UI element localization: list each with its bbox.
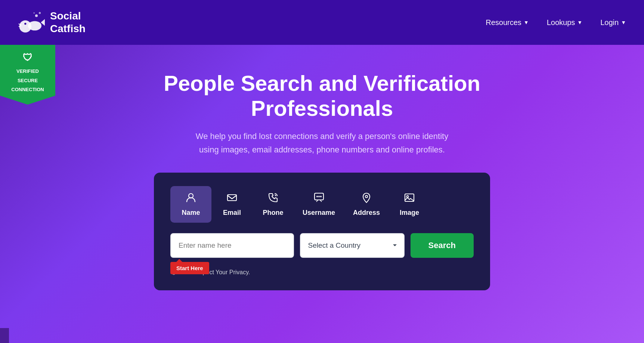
search-form-row: Start Here Select a Country United State… [170,233,474,258]
tab-address[interactable]: Address [344,186,389,223]
svg-marker-5 [41,19,45,26]
verified-badge: 🛡 VERIFIED SECURE CONNECTION [0,45,55,105]
tab-image[interactable]: Image [389,186,430,223]
logo-icon [18,9,45,36]
bottom-bar [0,328,9,343]
search-card: Name Email [154,173,490,290]
svg-point-8 [33,12,35,14]
header: Social Catfish Resources ▼ Lookups ▼ Log… [0,0,644,45]
shield-check-icon: 🛡 [23,51,32,64]
logo-text: Social Catfish [50,10,86,35]
nav: Resources ▼ Lookups ▼ Login ▼ [486,18,626,27]
svg-point-7 [39,12,41,14]
svg-point-6 [35,14,38,17]
svg-rect-10 [227,195,236,201]
chevron-down-icon: ▼ [524,19,529,25]
start-here-tooltip: Start Here [170,262,209,274]
svg-point-2 [24,23,26,25]
person-icon [185,192,196,206]
hero-title: People Search and Verification Professio… [117,71,527,121]
nav-resources[interactable]: Resources ▼ [486,18,529,27]
chevron-down-icon: ▼ [577,19,582,25]
image-icon [404,192,415,206]
tab-email[interactable]: Email [211,186,253,223]
hero-subtitle: We help you find lost connections and ve… [191,130,453,156]
tab-phone[interactable]: Phone [253,186,294,223]
nav-lookups[interactable]: Lookups ▼ [547,18,582,27]
search-button[interactable]: Search [411,233,474,258]
hero-section: 🛡 VERIFIED SECURE CONNECTION People Sear… [0,45,644,343]
name-input-wrapper: Start Here [170,233,294,258]
location-icon [361,192,372,206]
tab-username[interactable]: Username [294,186,344,223]
email-icon [226,192,238,206]
chevron-down-icon: ▼ [621,19,626,25]
privacy-note: 🛡 We Respect Your Privacy. [170,268,474,277]
svg-point-15 [365,195,368,198]
logo[interactable]: Social Catfish [18,9,86,36]
phone-icon [267,192,279,206]
svg-point-1 [28,21,41,30]
svg-point-13 [318,196,320,197]
search-tabs: Name Email [170,186,474,223]
tab-name[interactable]: Name [170,186,211,223]
name-input[interactable] [170,233,294,258]
svg-point-17 [407,195,409,197]
nav-login[interactable]: Login ▼ [600,18,626,27]
svg-point-14 [320,196,322,197]
svg-point-12 [316,196,318,197]
chat-icon [313,192,325,206]
country-select[interactable]: Select a Country United States United Ki… [300,233,405,258]
